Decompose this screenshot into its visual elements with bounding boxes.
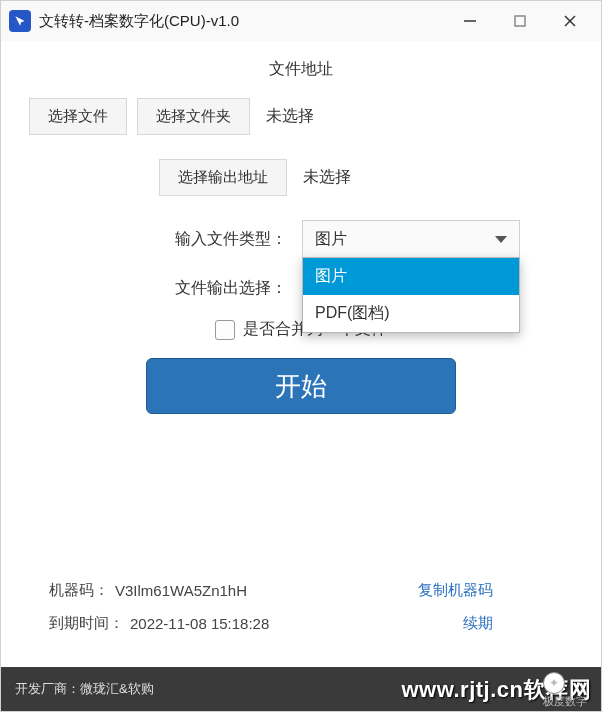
vendor-label: 开发厂商：微珑汇&软购 [15,680,154,698]
file-status: 未选择 [266,106,314,127]
maximize-button[interactable] [509,10,531,32]
info-block: 机器码： V3Ilm61WA5Zn1hH 复制机器码 到期时间： 2022-11… [1,581,601,647]
window-controls [459,10,593,32]
start-button[interactable]: 开始 [146,358,456,414]
output-select-label: 文件输出选择： [137,278,302,299]
file-select-row: 选择文件 选择文件夹 未选择 [29,98,573,135]
titlebar: 文转转-档案数字化(CPU)-v1.0 [1,1,601,41]
select-folder-button[interactable]: 选择文件夹 [137,98,250,135]
app-window: 文转转-档案数字化(CPU)-v1.0 文件地址 选择文件 选择文件夹 未选择 … [0,0,602,712]
select-output-button[interactable]: 选择输出地址 [159,159,287,196]
wechat-icon: ✦ [543,672,565,694]
expire-row: 到期时间： 2022-11-08 15:18:28 续期 [49,614,553,633]
input-type-row: 输入文件类型： 图片 图片 PDF(图档) [29,220,573,258]
copy-machine-link[interactable]: 复制机器码 [418,581,493,600]
close-button[interactable] [559,10,581,32]
expire-label: 到期时间： [49,614,124,633]
input-type-value: 图片 [315,229,347,250]
svg-rect-1 [515,16,525,26]
file-address-label: 文件地址 [29,59,573,80]
machine-label: 机器码： [49,581,109,600]
window-title: 文转转-档案数字化(CPU)-v1.0 [39,12,459,31]
output-status: 未选择 [303,167,351,188]
dropdown-list: 图片 PDF(图档) [302,257,520,333]
merge-checkbox[interactable] [215,320,235,340]
select-file-button[interactable]: 选择文件 [29,98,127,135]
machine-code-row: 机器码： V3Ilm61WA5Zn1hH 复制机器码 [49,581,553,600]
content-area: 文件地址 选择文件 选择文件夹 未选择 选择输出地址 未选择 输入文件类型： 图… [1,41,601,414]
expire-value: 2022-11-08 15:18:28 [130,615,269,632]
output-select-row: 选择输出地址 未选择 [29,159,573,196]
app-icon [9,10,31,32]
input-type-label: 输入文件类型： [137,229,302,250]
footer: 开发厂商：微珑汇&软购 www.rjtj.cn软荐网 ✦ 极度数字 [1,667,601,711]
footer-sub: ✦ 极度数字 [543,672,587,709]
renew-link[interactable]: 续期 [463,614,493,633]
chevron-down-icon [495,236,507,243]
dropdown-option-image[interactable]: 图片 [303,258,519,295]
dropdown-option-pdf[interactable]: PDF(图档) [303,295,519,332]
machine-value: V3Ilm61WA5Zn1hH [115,582,247,599]
input-type-select[interactable]: 图片 图片 PDF(图档) [302,220,520,258]
minimize-button[interactable] [459,10,481,32]
